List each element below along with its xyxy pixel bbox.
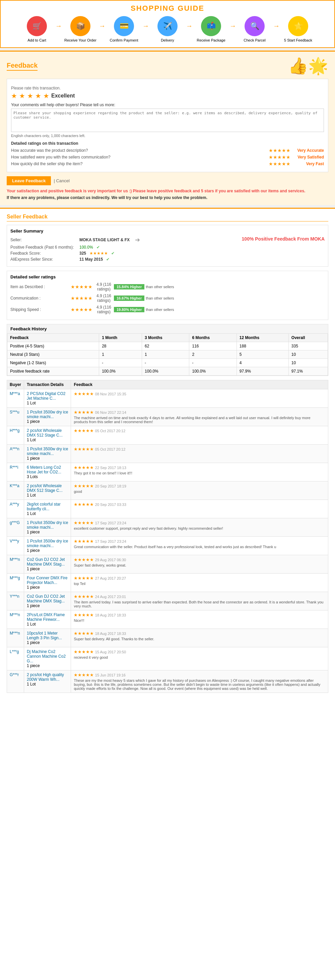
tx-date: 06 Nov 2017 22:14 <box>95 410 126 414</box>
product-qty: 1 piece <box>27 585 68 590</box>
feedback-cell: ★★★★★ 29 Aug 2017 06:30 Super fast deliv… <box>71 555 328 574</box>
tx-stars: ★★★★★ <box>74 576 94 581</box>
fh-header: 1 Month <box>99 334 142 342</box>
rating-stars: ★★★★★ <box>269 161 291 167</box>
step-arrow: → <box>273 16 280 30</box>
tx-stars: ★★★★★ <box>74 428 94 433</box>
product-link[interactable]: 6 Meters Long Co2 Hose Jet for CO2... <box>27 465 68 474</box>
table-row: K***a 2 pcs/lot Wholesale DMX 512 Stage … <box>7 482 328 500</box>
buyer-name: M***g <box>10 576 20 580</box>
table-row: M***n 10pcs/lot 1 Meter Length 3 Pin Sig… <box>7 629 328 647</box>
buyer-name: M***n <box>10 612 20 617</box>
feedback-text: Super fast delivery, works great. <box>74 563 325 567</box>
buyer-name: H***g <box>10 428 19 433</box>
product-link[interactable]: 1 Pcs/lot 3500w dry ice smoke machi... <box>27 447 68 456</box>
feedback-cell: ★★★★★ 20 Sep 2017 18:19 good <box>71 482 328 500</box>
step-label: Confirm Payment <box>110 38 138 42</box>
product-link[interactable]: 2 pcs/lot Wholesale DMX 512 Stage C... <box>27 484 68 493</box>
tx-stars: ★★★★★ <box>74 649 94 654</box>
positive-feedback-row: Positive Feedback (Past 6 months): 100.0… <box>10 245 235 250</box>
product-qty: 1 Lot <box>27 401 68 406</box>
table-row: g***G 1 Pcs/lot 3500w dry ice smoke mach… <box>7 518 328 537</box>
dsr-badge-text: than other sellers <box>146 307 174 312</box>
table-row: S***u 1 Pcs/lot 3500w dry ice smoke mach… <box>7 408 328 426</box>
product-link[interactable]: Four Conner DMX Fire Projector Mach... <box>27 576 68 585</box>
product-link[interactable]: 2Pcs/Lot DMX Flame Machine Firewor... <box>27 612 68 622</box>
rating-label: How satisfied were you with the sellers … <box>11 155 269 159</box>
buyer-cell: M***g <box>7 574 24 592</box>
product-cell: 2kg/lot colorful star butterfly cli... 1… <box>24 500 71 518</box>
step-arrow: → <box>55 16 62 30</box>
tx-date: 18 Aug 2017 18:33 <box>95 632 126 636</box>
since-row: AliExpress Seller Since: 11 May 2015 ✔ <box>10 257 235 262</box>
guide-step: 🔍 Check Parcel <box>236 16 273 42</box>
fh-cell: 97.9% <box>237 367 289 375</box>
product-link[interactable]: 10pcs/lot 1 Meter Length 3 Pin Sign... <box>27 631 68 640</box>
detail-rating-row: How quickly did the seller ship the item… <box>11 161 324 167</box>
buyer-name: M***a <box>10 391 20 396</box>
product-link[interactable]: Co2 Gun DJ CO2 Jet Machine DMX Stag... <box>27 557 68 566</box>
guide-step: 🛒 Add to Cart <box>18 16 55 42</box>
product-link[interactable]: 2 PCS/lot Digital CO2 Jet Machine C... <box>27 391 68 401</box>
step-arrow: → <box>229 16 236 30</box>
tx-stars: ★★★★★ <box>74 520 94 525</box>
fh-cell: 10 <box>289 350 328 359</box>
product-link[interactable]: Co2 Gun DJ CO2 Jet Machine DMX Stag... <box>27 594 68 603</box>
step-label: 5 Start Feedback <box>284 38 312 42</box>
tx-header: Feedback <box>71 380 328 389</box>
buyer-cell: g***G <box>7 518 24 537</box>
detailed-ratings: Detailed ratings on this transaction How… <box>11 141 324 167</box>
step-icon: ⭐ <box>288 16 308 36</box>
buyer-cell: G***r <box>7 670 24 693</box>
product-link[interactable]: 1 Pcs/lot 3500w dry ice smoke machi... <box>27 539 68 548</box>
table-row: A***n 1 Pcs/lot 3500w dry ice smoke mach… <box>7 445 328 463</box>
step-icon: 📦 <box>70 16 90 36</box>
dsr-score: 4.9 (116 ratings) <box>94 282 114 291</box>
fh-cell: 97.1% <box>289 367 328 375</box>
buyer-cell: V***y <box>7 537 24 555</box>
feedback-cell: ★★★★★ 06 Nov 2017 22:14 The machine arri… <box>71 408 328 426</box>
dsr-score: 4.9 (116 ratings) <box>94 293 114 303</box>
tx-stars: ★★★★★ <box>74 673 94 678</box>
fh-cell: 188 <box>237 342 289 350</box>
shopping-guide: SHOPPING GUIDE 🛒 Add to Cart → 📦 Receive… <box>0 0 335 48</box>
cancel-button[interactable]: | Cancel <box>54 178 69 183</box>
seller-feedback-section: Seller Feedback Seller Summary Seller: M… <box>0 208 335 698</box>
product-link[interactable]: Dj Machine Co2 Cannon Machine Co2 G... <box>27 649 68 663</box>
seller-feedback-title: Seller Feedback <box>7 214 328 221</box>
feedback-text: They got it to me on time!! I love it!!! <box>74 471 325 475</box>
buyer-cell: A***y <box>7 500 24 518</box>
fh-cell: 100.0% <box>142 367 189 375</box>
product-qty: 1 Lot <box>27 682 68 687</box>
leave-feedback-button[interactable]: Leave Feedback <box>7 176 51 185</box>
product-link[interactable]: 1 Pcs/lot 3500w dry ice smoke machi... <box>27 410 68 419</box>
guide-steps: 🛒 Add to Cart → 📦 Receive Your Order → 💳… <box>7 16 328 42</box>
fh-header: Overall <box>289 334 328 342</box>
product-link[interactable]: 2 pcs/lot High quality 200W Warm Wh... <box>27 673 68 682</box>
step-icon: 🔍 <box>245 16 265 36</box>
fh-header: 12 Months <box>237 334 289 342</box>
star-2: ★ <box>19 92 25 100</box>
product-cell: 10pcs/lot 1 Meter Length 3 Pin Sign... 1… <box>24 629 71 647</box>
score-row: Feedback Score: 325 ★★★★★ ✔ <box>10 251 235 256</box>
buyer-name: L***g <box>10 649 19 654</box>
product-link[interactable]: 2 pcs/lot Wholesale DMX 512 Stage C... <box>27 428 68 438</box>
fh-header: 3 Months <box>142 334 189 342</box>
product-link[interactable]: 2kg/lot colorful star butterfly cli... <box>27 502 68 511</box>
buyer-name: A***y <box>10 502 19 507</box>
since-label: AliExpress Seller Since: <box>10 257 78 262</box>
tx-date: 20 Sep 2017 18:19 <box>95 484 126 488</box>
fh-row: Neutral (3 Stars)112510 <box>7 350 328 359</box>
comment-textarea[interactable] <box>11 108 324 132</box>
table-row: Y***n Co2 Gun DJ CO2 Jet Machine DMX Sta… <box>7 592 328 611</box>
dsr-stars: ★★★★★ <box>71 307 92 312</box>
step-label: Receive Package <box>197 38 225 42</box>
product-link[interactable]: 1 Pcs/lot 3500w dry ice smoke machi... <box>27 520 68 530</box>
buyer-name: K***a <box>10 484 19 488</box>
buyer-cell: M***a <box>7 389 24 408</box>
fh-cell: 335 <box>289 342 328 350</box>
score-label: Feedback Score: <box>10 251 78 256</box>
buyer-cell: L***g <box>7 647 24 670</box>
step-label: Delivery <box>161 38 174 42</box>
dsr-title: Detailed seller ratings <box>10 274 325 279</box>
